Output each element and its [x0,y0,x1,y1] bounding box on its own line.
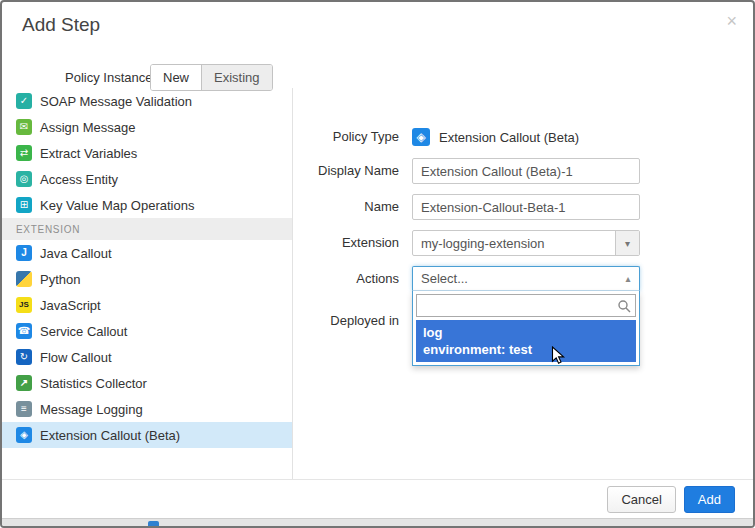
extension-callout-icon: ◈ [16,427,32,443]
message-logging-icon: ≡ [16,401,32,417]
footer-buttons: Cancel Add [607,486,735,513]
sidebar-item-label: Extension Callout (Beta) [40,428,180,443]
sidebar-item-python[interactable]: Python [2,266,292,292]
display-name-label: Display Name [292,158,399,184]
sidebar-item-label: Message Logging [40,402,143,417]
flow-callout-icon: ↻ [16,349,32,365]
action-option-log[interactable]: log environment: test [416,320,636,362]
policy-type-value-row: ◈ Extension Callout (Beta) [412,124,579,150]
policy-list: ✓ SOAP Message Validation ✉ Assign Messa… [2,88,292,448]
soap-message-validation-icon: ✓ [16,93,32,109]
sidebar-item-label: JavaScript [40,298,101,313]
sidebar-item-javascript[interactable]: JS JavaScript [2,292,292,318]
existing-button[interactable]: Existing [201,65,272,90]
sidebar-item-label: Flow Callout [40,350,112,365]
close-icon[interactable]: × [726,12,737,30]
extension-select[interactable]: my-logging-extension ▾ [412,230,640,256]
new-button[interactable]: New [151,65,201,90]
action-option-title: log [423,324,629,341]
sidebar-item-label: Extract Variables [40,146,137,161]
action-option-subtitle: environment: test [423,341,629,358]
cancel-button[interactable]: Cancel [607,486,675,513]
name-label: Name [292,194,399,220]
sidebar-item-label: Python [40,272,80,287]
sidebar-item-java-callout[interactable]: J Java Callout [2,240,292,266]
sidebar-item-statistics-collector[interactable]: ↗ Statistics Collector [2,370,292,396]
add-step-modal: Add Step × Policy Instance New Existing … [0,0,755,528]
sidebar-item-service-callout[interactable]: ☎ Service Callout [2,318,292,344]
actions-select-placeholder: Select... [413,271,617,286]
sidebar-item-extension-callout-beta[interactable]: ◈ Extension Callout (Beta) [2,422,292,448]
chevron-down-icon: ▾ [615,231,639,255]
name-input[interactable] [412,194,640,220]
display-name-input[interactable] [412,158,640,184]
policy-instance-toggle: New Existing [150,64,273,91]
sidebar-item-label: Key Value Map Operations [40,198,194,213]
search-icon [617,299,631,313]
actions-label: Actions [292,266,399,292]
sidebar-item-label: SOAP Message Validation [40,94,192,109]
key-value-map-operations-icon: ⊞ [16,197,32,213]
extension-label: Extension [292,230,399,256]
access-entity-icon: ◎ [16,171,32,187]
actions-dropdown-panel: log environment: test [412,291,640,366]
sidebar-item-assign-message[interactable]: ✉ Assign Message [2,114,292,140]
sidebar-item-label: Service Callout [40,324,127,339]
sidebar-item-soap-message-validation[interactable]: ✓ SOAP Message Validation [2,88,292,114]
sidebar-item-label: Java Callout [40,246,112,261]
policy-type-label: Policy Type [292,124,399,150]
javascript-icon: JS [16,297,32,313]
background-icon [148,521,159,528]
assign-message-icon: ✉ [16,119,32,135]
extract-variables-icon: ⇄ [16,145,32,161]
policy-type-value: Extension Callout (Beta) [439,130,579,145]
sidebar-item-label: Access Entity [40,172,118,187]
statistics-collector-icon: ↗ [16,375,32,391]
sidebar-item-message-logging[interactable]: ≡ Message Logging [2,396,292,422]
page-title: Add Step [22,14,100,36]
mouse-cursor [551,346,566,365]
add-button[interactable]: Add [684,486,735,513]
service-callout-icon: ☎ [16,323,32,339]
sidebar-item-label: Assign Message [40,120,135,135]
policy-type-icon: ◈ [412,128,430,146]
chevron-up-icon: ▴ [617,273,639,284]
sidebar-item-label: Statistics Collector [40,376,147,391]
actions-search-wrapper [416,294,636,317]
actions-search-input[interactable] [417,295,635,316]
sidebar-item-key-value-map-operations[interactable]: ⊞ Key Value Map Operations [2,192,292,218]
sidebar-item-extract-variables[interactable]: ⇄ Extract Variables [2,140,292,166]
extension-section-header: EXTENSION [2,218,292,240]
python-icon [16,271,32,287]
deployed-in-label: Deployed in [292,308,399,334]
sidebar-item-access-entity[interactable]: ◎ Access Entity [2,166,292,192]
sidebar-item-flow-callout[interactable]: ↻ Flow Callout [2,344,292,370]
background-page-strip [2,518,753,528]
footer-divider [2,479,753,480]
java-callout-icon: J [16,245,32,261]
actions-select[interactable]: Select... ▴ [412,266,640,291]
extension-select-value: my-logging-extension [413,236,615,251]
